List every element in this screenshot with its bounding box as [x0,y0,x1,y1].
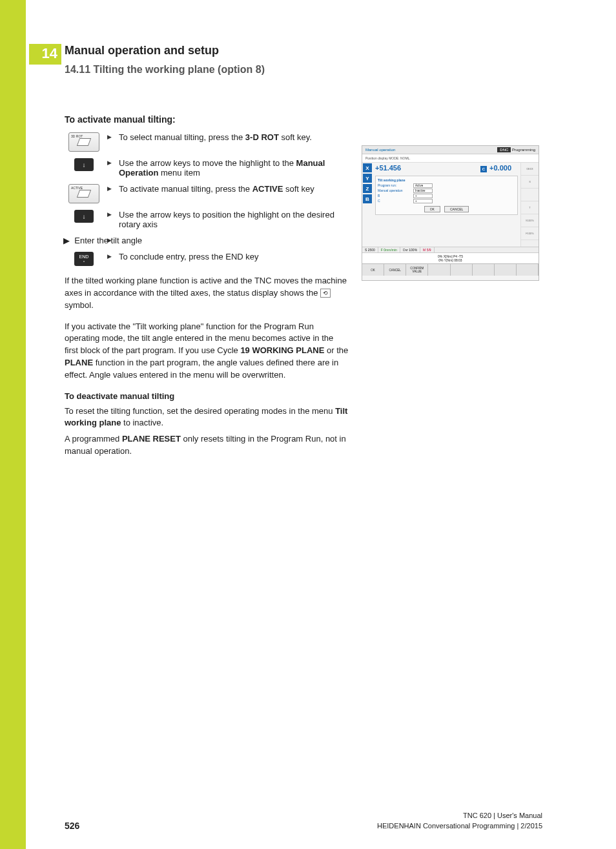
axis-y: Y [363,174,372,183]
scr-dlg-title: Tilt working plane [378,178,515,182]
arrow-down-key[interactable]: ↓ [74,158,94,171]
step-text: To activate manual tilting, press the AC… [103,184,349,203]
step-enter-angle: ▶ Enter the tilt angle [65,236,349,245]
cube-icon [77,138,91,146]
step-text: To select manual tilting, press the 3-D … [103,132,349,152]
para-status-symbol: If the tilted working plane function is … [65,275,349,312]
end-square-icon: ▫ [83,259,85,263]
dlg-progrun-select[interactable]: Active [413,183,433,188]
axis-z: Z [363,184,372,193]
softkey-3drot[interactable]: 3D ROT [68,132,99,152]
scr-sk-empty[interactable] [451,264,473,276]
chapter-sidebar [0,0,26,849]
body-column: To activate manual tilting: 3D ROT To se… [65,114,349,458]
scr-axes-col: X Y Z B [362,163,373,247]
scr-sk-empty[interactable] [428,264,450,276]
axis-b: B [363,194,372,203]
axis-c: C [480,166,487,172]
step-arrow-1: ↓ Use the arrow keys to move the highlig… [65,158,349,178]
enter-angle-text: ▶ Enter the tilt angle [103,236,349,245]
scr-sidebar: 08:03 S T S100% F100% [520,163,539,247]
step-text: To conclude entry, press the END key [103,252,349,266]
step-arrow-2: ↓ Use the arrow keys to position the hig… [65,210,349,229]
step-text: Use the arrow keys to position the highl… [103,210,349,229]
scr-val-left: +51.456 [375,164,401,173]
activate-heading: To activate manual tilting: [65,114,349,125]
scr-dnc-badge: DNC [497,147,511,152]
tilt-status-icon: ⟲ [320,289,331,298]
scr-statusbar: S 2500 F 0mm/min Ovr 100% M 5/9 [362,247,539,252]
tnc-screenshot: Manual operation DNC Programming Positio… [362,145,539,281]
scr-mode-right: Programming [512,148,535,152]
scr-sk-empty[interactable] [495,264,517,276]
scr-tilt-dialog: Tilt working plane Program run:Active Ma… [375,176,518,215]
deactivate-heading: To deactivate manual tilting [65,391,349,403]
step-3drot: 3D ROT To select manual tilting, press t… [65,132,349,152]
heading-2: 14.11 Tilting the working plane (option … [65,64,555,76]
para-program-run: If you activate the "Tilt working plane"… [65,321,349,382]
footer-text: TNC 620 | User's Manual HEIDENHAIN Conve… [377,811,542,831]
chapter-number: 14 [29,44,61,65]
softkey-active[interactable]: ACTIVE [68,184,99,203]
scr-sk-empty[interactable] [473,264,495,276]
scr-sk-ok[interactable]: OK [362,264,384,276]
page-number: 526 [65,821,79,831]
arrow-down-key[interactable]: ↓ [74,210,94,223]
scr-sk-cancel[interactable]: CANCEL [384,264,406,276]
dlg-manual-select[interactable]: Inactive [413,189,433,193]
scr-subheader: Position display MODE: NOML. [362,154,539,163]
page-footer: 526 TNC 620 | User's Manual HEIDENHAIN C… [65,811,542,831]
heading-1: Manual operation and setup [65,44,555,57]
scr-val-right: +0.000 [489,164,511,172]
scr-mode-left: Manual operation [365,148,395,152]
dlg-b-input[interactable]: + [413,194,433,198]
scr-values: +51.456 C +0.000 Tilt working plane Prog… [373,163,520,247]
cube-icon [77,190,91,198]
step-active: ACTIVE To activate manual tilting, press… [65,184,349,203]
dlg-cancel-button[interactable]: CANCEL [444,206,469,212]
scr-softkey-row: OK CANCEL CONFIRM VALUE [362,263,539,276]
scr-feed-display: 0% X[Nm] P4 -T5 0% Y[Nm] 08:03 [362,252,539,263]
end-key[interactable]: END▫ [74,252,94,266]
dlg-c-input[interactable]: + [413,199,433,203]
deactivate-p2: A programmed PLANE RESET only resets til… [65,433,349,458]
deactivate-p1: To reset the tilting function, set the d… [65,405,349,430]
dlg-ok-button[interactable]: OK [424,206,440,212]
step-end: END▫ To conclude entry, press the END ke… [65,252,349,266]
step-text: Use the arrow keys to move the highlight… [103,158,349,178]
axis-x: X [363,163,372,172]
scr-sk-empty[interactable] [517,264,539,276]
scr-sk-confirm[interactable]: CONFIRM VALUE [406,264,428,276]
scr-header: Manual operation DNC Programming [362,146,539,154]
